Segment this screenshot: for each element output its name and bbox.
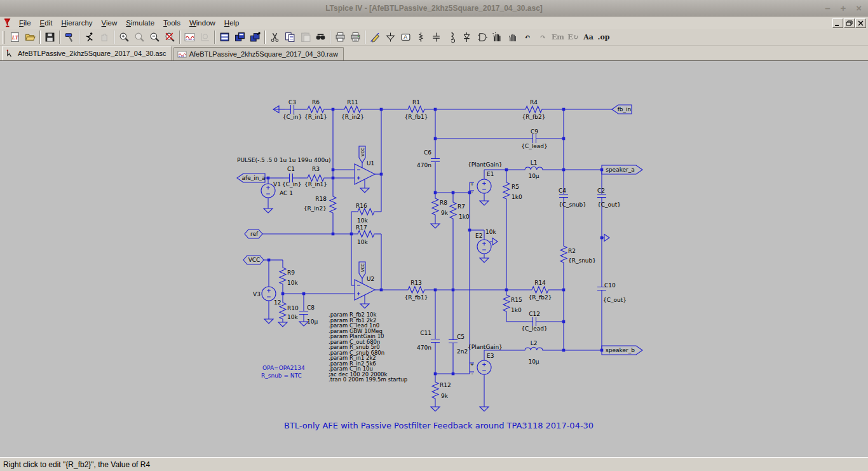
net-label[interactable]: {C_snub} (559, 201, 587, 208)
net-label[interactable]: R17 (356, 224, 367, 231)
vsrc-symbol[interactable] (262, 287, 276, 301)
cap-symbol[interactable] (285, 105, 300, 114)
spice-directive-button[interactable]: .op (596, 30, 611, 45)
zoom-out-button[interactable] (147, 30, 162, 45)
net-label[interactable]: C3 (288, 99, 296, 106)
net-label[interactable]: R8 (440, 200, 447, 206)
menu-file[interactable]: File (15, 18, 36, 28)
find-button[interactable] (313, 30, 328, 45)
tab-schematic[interactable]: AfeBTLPassive_2khz5Square_2017_04_30.asc (2, 46, 172, 60)
cap-symbol[interactable] (527, 134, 542, 143)
zoom-in-button[interactable] (116, 30, 132, 45)
res-symbol[interactable] (432, 196, 438, 217)
menu-simulate[interactable]: Simulate (121, 18, 159, 28)
net-label[interactable]: R12 (440, 382, 451, 388)
net-label[interactable]: BTL-only AFE with Passive Postfilter Fee… (284, 421, 593, 430)
net-label[interactable]: 10µ (307, 318, 318, 325)
net-label[interactable]: C4 (559, 188, 566, 194)
spice-directive-line[interactable]: .tran 0 200m 199.5m startup (329, 376, 407, 383)
new-schematic-button[interactable] (7, 30, 22, 45)
net-label[interactable]: R18 (315, 196, 327, 202)
gnd-symbol[interactable] (480, 201, 489, 205)
net-label[interactable]: 12 (274, 299, 281, 306)
vsrc-symbol[interactable] (477, 360, 491, 374)
net-label[interactable]: 9k (441, 393, 449, 399)
net-label[interactable]: E3 (487, 353, 494, 359)
place-ground-button[interactable] (383, 30, 398, 45)
net-label[interactable]: + (470, 362, 474, 367)
gnd-symbol[interactable] (264, 208, 273, 213)
run-button[interactable] (81, 30, 97, 45)
text-button[interactable]: Aa (581, 30, 596, 45)
net-label[interactable]: R3 (312, 166, 320, 172)
net-label[interactable]: R14 (534, 280, 546, 286)
res-symbol[interactable] (330, 195, 336, 215)
net-label[interactable]: R13 (410, 280, 422, 286)
net-label[interactable]: R15 (511, 297, 522, 303)
res-symbol[interactable] (524, 106, 544, 113)
net-label[interactable]: R16 (356, 203, 367, 209)
res-symbol[interactable] (450, 200, 456, 221)
net-label[interactable]: {R_fb1} (405, 114, 428, 120)
cascade-windows-button[interactable] (247, 30, 262, 45)
res-symbol[interactable] (342, 106, 363, 113)
autorange-waveform-button[interactable] (182, 30, 197, 45)
menu-tools[interactable]: Tools (159, 18, 185, 28)
net-label[interactable]: AC 1 (280, 190, 293, 196)
net-label[interactable]: R4 (530, 99, 538, 106)
gnd-symbol[interactable] (431, 224, 440, 228)
mdi-restore-icon[interactable] (844, 18, 855, 28)
gnd-symbol[interactable] (480, 407, 489, 411)
control-panel-button[interactable] (62, 30, 77, 45)
net-label[interactable]: R7 (458, 203, 465, 210)
net-label[interactable]: 10k (287, 314, 298, 320)
net-label[interactable]: {R_in1} (304, 114, 327, 120)
net-label[interactable]: OPA=OPA2134 (262, 365, 305, 371)
res-symbol[interactable] (406, 106, 426, 113)
net-label[interactable]: {R_in2} (304, 205, 327, 212)
mdi-close-icon[interactable] (855, 18, 866, 28)
menu-view[interactable]: View (97, 18, 122, 28)
net-label[interactable]: 2n2 (457, 348, 468, 355)
net-label[interactable]: R2 (568, 248, 576, 254)
res-symbol[interactable] (306, 175, 326, 181)
gnd-symbol[interactable] (360, 188, 369, 193)
net-label[interactable]: R10 (287, 305, 299, 311)
net-label[interactable]: V1 (273, 181, 281, 188)
cap-symbol[interactable] (449, 334, 458, 349)
print-button[interactable] (348, 30, 363, 45)
vsrc-symbol[interactable] (477, 240, 491, 254)
place-capacitor-button[interactable] (428, 30, 444, 45)
net-label[interactable]: 470n (417, 345, 431, 351)
res-symbol[interactable] (560, 244, 567, 264)
net-label[interactable]: U1 (367, 160, 374, 167)
open-button[interactable] (22, 30, 37, 45)
ind-symbol[interactable] (522, 167, 545, 170)
res-symbol[interactable] (406, 287, 426, 293)
maximize-icon[interactable]: + (840, 0, 846, 17)
net-label[interactable]: + (470, 182, 474, 187)
net-label[interactable]: R5 (512, 184, 519, 190)
menu-window[interactable]: Window (185, 18, 220, 28)
gnd-symbol[interactable] (278, 322, 287, 327)
net-label[interactable]: 10k (357, 217, 368, 224)
copy-button[interactable] (282, 30, 297, 45)
net-label[interactable]: 10k (485, 229, 496, 235)
cap-symbol[interactable] (527, 317, 542, 326)
net-label[interactable]: {R_fb1} (405, 294, 428, 301)
net-label[interactable]: PULSE(-.5 .5 0 1u 1u 199u 400u) (237, 157, 330, 163)
net-label[interactable]: C12 (529, 311, 540, 317)
res-symbol[interactable] (503, 181, 510, 201)
net-label[interactable]: E2 (475, 233, 482, 239)
close-icon[interactable]: × (856, 0, 862, 17)
tile-vertically-button[interactable] (232, 30, 247, 45)
net-label[interactable]: R11 (347, 99, 358, 106)
net-label[interactable]: 1k0 (512, 194, 522, 200)
cut-button[interactable] (267, 30, 282, 45)
tile-horizontally-button[interactable] (217, 30, 232, 45)
net-label[interactable]: U2 (367, 276, 374, 282)
minimize-icon[interactable]: – (825, 0, 830, 17)
net-label[interactable]: {R_in2} (341, 114, 364, 120)
label-net-button[interactable] (398, 30, 413, 45)
gnd-symbol[interactable] (431, 407, 440, 411)
